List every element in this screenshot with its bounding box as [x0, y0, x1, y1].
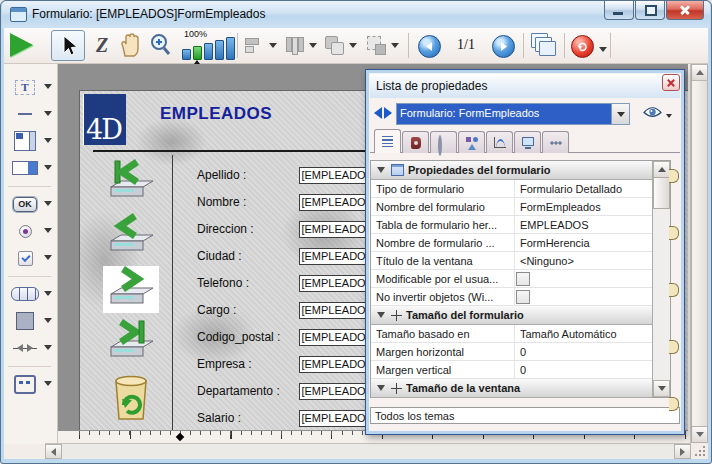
group-button[interactable] [366, 35, 399, 55]
property-value[interactable]: <Ninguno> [514, 252, 653, 269]
property-value[interactable]: FormHerencia [514, 234, 653, 251]
titlebar[interactable]: Formulario: [EMPLEADOS]FormEmpleados [2, 1, 710, 28]
tab-curve[interactable] [486, 131, 513, 153]
property-value[interactable]: EMPLEADOS [514, 216, 653, 233]
palette-tool[interactable] [4, 371, 57, 398]
collapse-triangle-icon[interactable] [377, 312, 385, 322]
chevron-down-icon[interactable] [309, 43, 317, 52]
layers-button[interactable] [324, 35, 357, 55]
maximize-button[interactable] [635, 1, 665, 20]
property-row[interactable]: Nombre del formulario FormEmpleados [371, 198, 653, 216]
chevron-down-icon[interactable] [269, 43, 277, 52]
property-row[interactable]: Tamaño del formulario [371, 306, 653, 325]
property-row[interactable]: Tabla de formulario her... EMPLEADOS [371, 216, 653, 234]
chevron-down-icon[interactable] [44, 291, 52, 300]
chevron-down-icon[interactable] [44, 345, 52, 354]
palette-tool[interactable] [4, 362, 57, 371]
property-value[interactable]: FormEmpleados [514, 198, 653, 215]
scroll-up-icon[interactable] [691, 64, 708, 81]
delete-record-button[interactable] [103, 373, 159, 420]
palette-tool[interactable] [4, 128, 57, 155]
chevron-down-icon[interactable] [44, 138, 52, 147]
zoom-control[interactable]: 100% [180, 29, 232, 62]
collapse-triangle-icon[interactable] [377, 167, 385, 177]
panel-close-icon[interactable] [662, 74, 680, 91]
scroll-down-icon[interactable] [691, 426, 708, 443]
scroll-left-icon[interactable] [45, 444, 62, 459]
last-record-button[interactable] [103, 319, 159, 366]
property-row[interactable]: Nombre de formulario ... FormHerencia [371, 234, 653, 252]
align-button[interactable] [244, 35, 277, 55]
palette-tool[interactable] [4, 272, 57, 281]
next-page-button[interactable] [492, 35, 515, 58]
vertical-scrollbar[interactable] [690, 64, 708, 443]
grid-scrollbar[interactable] [652, 161, 670, 397]
property-row[interactable]: Margen horizontal 0 [371, 343, 653, 361]
property-row[interactable]: Propiedades del formulario [371, 161, 653, 180]
zoom-bars[interactable] [182, 37, 235, 60]
scrollbar-thumb[interactable] [691, 80, 708, 427]
previous-object-icon[interactable] [374, 107, 382, 119]
chevron-down-icon[interactable] [599, 47, 607, 56]
palette-tool[interactable] [4, 281, 57, 308]
collapse-triangle-icon[interactable] [377, 385, 385, 395]
property-value[interactable] [514, 270, 653, 287]
property-row[interactable]: Margen vertical 0 [371, 361, 653, 379]
palette-tool[interactable] [4, 335, 57, 362]
chevron-down-icon[interactable] [44, 228, 52, 237]
previous-record-button[interactable] [103, 213, 159, 260]
chevron-down-icon[interactable] [44, 381, 52, 390]
tab-monitor[interactable] [514, 131, 541, 153]
palette-tool[interactable]: T [4, 74, 57, 101]
palette-tool[interactable]: OK [4, 191, 57, 218]
combo-dropdown-button[interactable] [611, 104, 629, 124]
tab-more[interactable] [542, 131, 569, 153]
resize-grip[interactable] [694, 445, 706, 457]
palette-tool[interactable] [4, 182, 57, 191]
macros-button[interactable] [571, 35, 594, 58]
palette-tool[interactable] [4, 101, 57, 128]
hand-tool-button[interactable] [118, 32, 142, 58]
chevron-down-icon[interactable] [666, 114, 672, 121]
execute-form-button[interactable] [10, 33, 33, 57]
zoom-tool-button[interactable] [148, 32, 173, 58]
chevron-down-icon[interactable] [44, 201, 52, 210]
first-record-button[interactable] [103, 159, 159, 206]
scroll-down-icon[interactable] [653, 380, 670, 397]
minimize-button[interactable] [604, 1, 634, 20]
property-value[interactable]: Tamaño Automático [514, 325, 653, 342]
close-button[interactable] [666, 1, 704, 20]
property-row[interactable]: Tamaño basado en Tamaño Automático [371, 325, 653, 343]
themes-filter[interactable]: Todos los temas [370, 407, 680, 424]
property-value[interactable] [514, 288, 653, 305]
palette-tool[interactable] [4, 245, 57, 272]
property-checkbox[interactable] [516, 272, 530, 286]
property-row[interactable]: No invertir objetos (Wi... [371, 288, 653, 306]
property-row[interactable]: Título de la ventana <Ninguno> [371, 252, 653, 270]
object-selector[interactable]: Formulario: FormEmpleados [396, 103, 630, 125]
property-row[interactable]: Modificable por el usua... [371, 270, 653, 288]
palette-tool[interactable] [4, 218, 57, 245]
eye-icon[interactable] [643, 105, 662, 123]
property-value[interactable]: 0 [514, 343, 653, 360]
chevron-down-icon[interactable] [44, 255, 52, 264]
scrollbar-thumb[interactable] [653, 177, 670, 209]
property-value[interactable]: Formulario Detallado [514, 180, 653, 197]
display-pages-button[interactable] [531, 33, 557, 57]
scroll-right-icon[interactable] [674, 444, 691, 459]
next-record-button[interactable] [103, 266, 159, 313]
previous-page-button[interactable] [418, 35, 441, 58]
chevron-down-icon[interactable] [44, 318, 52, 327]
chevron-down-icon[interactable] [44, 84, 52, 93]
tab-gear[interactable] [430, 131, 457, 153]
scroll-up-icon[interactable] [653, 161, 670, 178]
pointer-tool-button[interactable] [51, 30, 85, 61]
palette-tool[interactable] [4, 155, 57, 182]
palette-tool[interactable] [4, 308, 57, 335]
next-object-icon[interactable] [384, 107, 392, 119]
chevron-down-icon[interactable] [44, 111, 52, 120]
horizontal-scrollbar[interactable] [45, 443, 691, 459]
panel-titlebar[interactable]: Lista de propiedades [370, 74, 680, 98]
chevron-down-icon[interactable] [349, 43, 357, 52]
tab-properties-list[interactable] [374, 129, 401, 153]
